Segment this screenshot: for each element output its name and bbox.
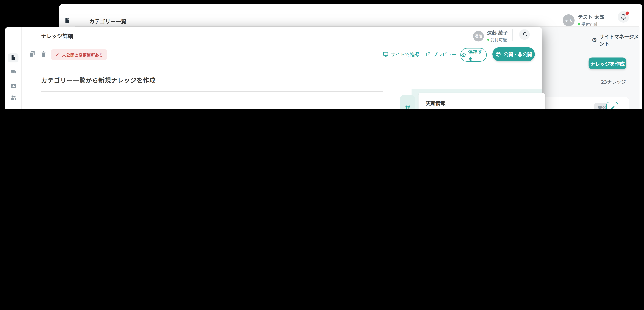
- notifications-button[interactable]: [618, 11, 629, 22]
- chart-icon[interactable]: [5, 83, 21, 89]
- avatar: 遠綾: [473, 31, 484, 41]
- site-management-link[interactable]: ⚙ サイトマネージメント: [592, 33, 642, 47]
- card-title: 更新情報: [426, 99, 446, 106]
- people-icon[interactable]: [5, 94, 21, 100]
- bell-icon: [521, 31, 528, 38]
- monitor-icon: [383, 52, 388, 57]
- save-button[interactable]: 保存する: [460, 48, 487, 62]
- user-status: 受付可能: [487, 36, 508, 43]
- notifications-button[interactable]: [519, 29, 530, 40]
- publish-button[interactable]: 公開・非公開: [492, 47, 535, 61]
- divider: [75, 26, 639, 27]
- gear-icon: ⚙: [592, 36, 597, 43]
- bell-icon: [620, 14, 627, 20]
- external-link-icon: [426, 52, 431, 57]
- detail-side-panel: 更新情報 更新日 2025/06/23 15:08 更新者 遠藤 綾子 フィード…: [412, 89, 542, 109]
- tab-detail[interactable]: 詳細: [400, 95, 415, 109]
- update-info-card: 更新情報 更新日 2025/06/23 15:08 更新者 遠藤 綾子 フィード…: [418, 93, 545, 109]
- edit-button[interactable]: [606, 102, 618, 109]
- user-name: 遠藤 綾子: [487, 29, 508, 36]
- duplicate-button[interactable]: [29, 50, 36, 58]
- globe-icon: [495, 52, 501, 57]
- document-icon[interactable]: [5, 54, 21, 61]
- check-on-site-button[interactable]: サイトで確認: [383, 51, 419, 58]
- notification-badge: [626, 12, 629, 15]
- user-info[interactable]: テ太 テスト 太郎 受付可能: [563, 13, 604, 27]
- status-dot: [487, 38, 489, 40]
- status-dot: [578, 23, 580, 25]
- pencil-icon: [55, 52, 60, 57]
- knowledge-count: 23ナレッジ: [585, 78, 626, 85]
- copy-icon: [29, 50, 36, 58]
- user-name: テスト 太郎: [578, 13, 604, 20]
- divider: [512, 29, 512, 41]
- create-knowledge-button[interactable]: ナレッジを作成: [588, 58, 626, 69]
- divider: [21, 43, 542, 43]
- divider: [611, 10, 611, 23]
- unpublished-changes-badge: 未公開の変更箇所あり: [51, 49, 107, 60]
- user-info[interactable]: 遠綾 遠藤 綾子 受付可能: [473, 29, 508, 43]
- preview-button[interactable]: プレビュー: [426, 51, 456, 58]
- avatar: テ太: [563, 14, 574, 26]
- divider: [41, 91, 383, 92]
- article-heading: カテゴリー一覧から新規ナレッジを作成: [41, 76, 156, 84]
- screen: ? カテゴリー一覧 テ太 テスト 太郎 受付可能 ⚙ サイトマネージメント ナレ…: [0, 0, 644, 109]
- chat-icon[interactable]: [5, 69, 21, 75]
- delete-button[interactable]: [40, 50, 47, 58]
- document-icon[interactable]: [59, 17, 76, 24]
- page-title: カテゴリー一覧: [89, 17, 126, 25]
- app-sidebar: ⚙ ?: [5, 27, 22, 109]
- knowledge-detail-window: ⚙ ? ナレッジ詳細 遠綾 遠藤 綾子 受付可能 未公開の変更箇所あり サイトで…: [5, 27, 542, 109]
- cloud-upload-icon: [461, 52, 466, 58]
- trash-icon: [40, 50, 47, 58]
- page-title: ナレッジ詳細: [41, 32, 73, 40]
